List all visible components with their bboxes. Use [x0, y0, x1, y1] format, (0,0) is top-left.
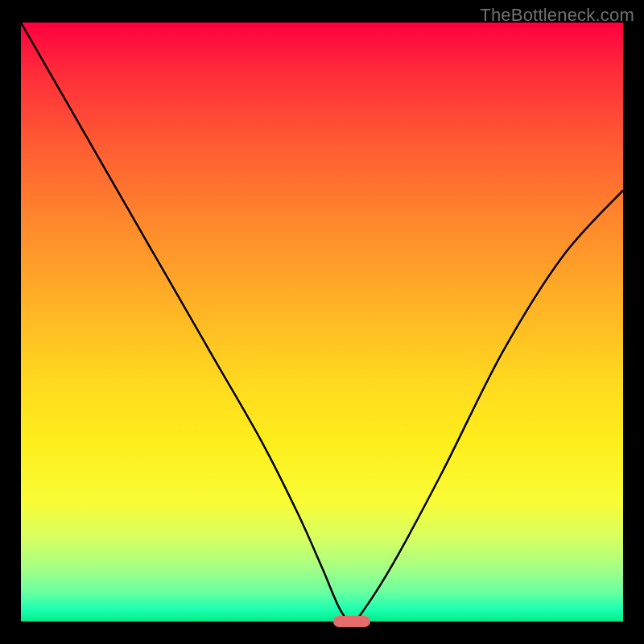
attribution-text: TheBottleneck.com [480, 5, 634, 26]
plot-area [21, 23, 623, 621]
optimal-point-marker [333, 616, 370, 627]
bottleneck-curve [21, 23, 623, 621]
chart-frame: TheBottleneck.com [0, 0, 644, 644]
